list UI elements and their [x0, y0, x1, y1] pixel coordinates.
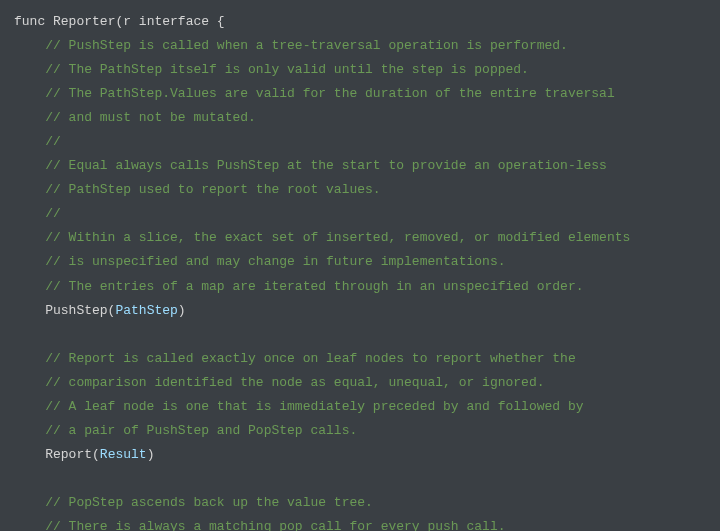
comment-line: // The PathStep.Values are valid for the… [14, 86, 615, 101]
keyword-func: func [14, 14, 45, 29]
code-block: func Reporter(r interface { // PushStep … [14, 10, 706, 531]
comment-line: // There is always a matching pop call f… [14, 519, 505, 531]
comment-line: // Within a slice, the exact set of inse… [14, 230, 630, 245]
method-report-post: ) [147, 447, 155, 462]
comment-line: // comparison identified the node as equ… [14, 375, 545, 390]
comment-line: // Report is called exactly once on leaf… [14, 351, 576, 366]
comment-line: // Equal always calls PushStep at the st… [14, 158, 607, 173]
func-name: Reporter(r [45, 14, 139, 29]
method-report-pre: Report( [14, 447, 100, 462]
comment-line: // [14, 206, 61, 221]
comment-line: // [14, 134, 61, 149]
type-result: Result [100, 447, 147, 462]
comment-line: // PopStep ascends back up the value tre… [14, 495, 373, 510]
brace-open: { [209, 14, 225, 29]
type-pathstep: PathStep [115, 303, 177, 318]
comment-line: // a pair of PushStep and PopStep calls. [14, 423, 357, 438]
comment-line: // The PathStep itself is only valid unt… [14, 62, 529, 77]
comment-line: // A leaf node is one that is immediatel… [14, 399, 584, 414]
comment-line: // and must not be mutated. [14, 110, 256, 125]
comment-line: // is unspecified and may change in futu… [14, 254, 505, 269]
method-pushstep-post: ) [178, 303, 186, 318]
comment-line: // PushStep is called when a tree-traver… [14, 38, 568, 53]
keyword-interface: interface [139, 14, 209, 29]
comment-line: // PathStep used to report the root valu… [14, 182, 381, 197]
comment-line: // The entries of a map are iterated thr… [14, 279, 584, 294]
method-pushstep-pre: PushStep( [14, 303, 115, 318]
